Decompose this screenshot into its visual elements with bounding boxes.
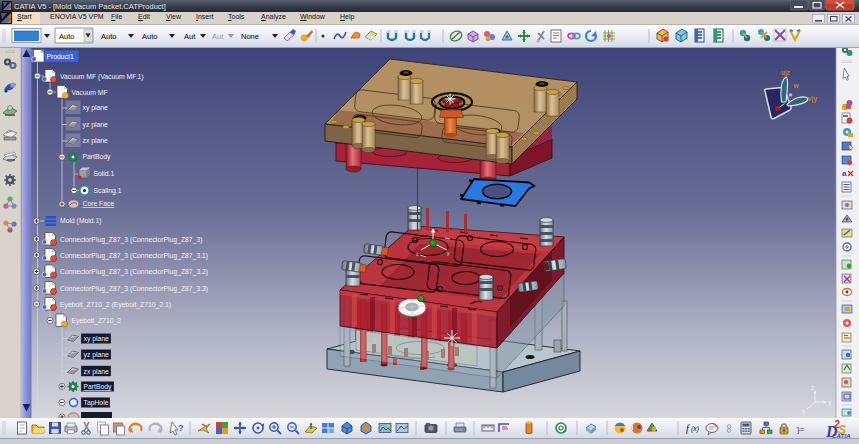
svg-text:Eyebolt_Z710_2: Eyebolt_Z710_2 [72,317,122,325]
svg-text:TapHole: TapHole [84,399,109,407]
svg-text:zx plane: zx plane [83,137,109,145]
svg-text:PartBody: PartBody [83,153,112,161]
svg-text:PartBody: PartBody [84,383,113,391]
svg-text:yz plane: yz plane [83,121,109,129]
svg-text:zx plane: zx plane [84,368,110,376]
svg-text:u|z: u|z [781,69,791,77]
svg-text:ConnectorPlug_Z87_3 (Connector: ConnectorPlug_Z87_3 (ConnectorPlug_Z87_3… [60,268,208,276]
svg-text:None: None [241,32,259,41]
svg-text:yz plane: yz plane [84,351,110,359]
svg-text:xy plane: xy plane [83,104,109,112]
svg-text:Core Face: Core Face [83,200,115,207]
svg-text:z: z [811,384,814,391]
svg-text:xy plane: xy plane [84,335,110,343]
svg-text:Auto: Auto [59,32,74,41]
svg-text:ConnectorPlug_Z87_3 (Connector: ConnectorPlug_Z87_3 (ConnectorPlug_Z87_3… [60,252,208,260]
svg-text:Vacuum MF (Vacuum MF.1): Vacuum MF (Vacuum MF.1) [60,73,144,81]
svg-text:v|y: v|y [808,95,817,103]
svg-text:Aut: Aut [184,32,196,41]
svg-text:Auto: Auto [101,32,116,41]
svg-text:Mold (Mold.1): Mold (Mold.1) [60,217,102,225]
svg-text:?: ? [178,423,184,433]
svg-text:(x): (x) [691,425,699,433]
svg-text:f: f [686,423,690,434]
svg-text:Solid.1: Solid.1 [94,170,115,177]
svg-text:a: a [842,169,847,178]
svg-text:Scaling.1: Scaling.1 [94,187,122,195]
svg-text:}=: }= [797,425,805,434]
svg-text:w: w [793,82,800,89]
svg-text:Auto: Auto [142,32,157,41]
svg-text:Aut: Aut [212,32,224,41]
svg-text:ConnectorPlug_Z87_3 (Connector: ConnectorPlug_Z87_3 (ConnectorPlug_Z87_3… [60,285,208,293]
svg-text:Eyebolt_Z710_2 (Eyebolt_Z710_2: Eyebolt_Z710_2 (Eyebolt_Z710_2.1) [60,301,171,309]
svg-text:Product1: Product1 [47,53,74,60]
svg-text:ConnectorPlug_Z87_3 (Connector: ConnectorPlug_Z87_3 (ConnectorPlug_Z87_3… [60,236,202,244]
svg-text:Vacuum MF: Vacuum MF [72,89,108,96]
